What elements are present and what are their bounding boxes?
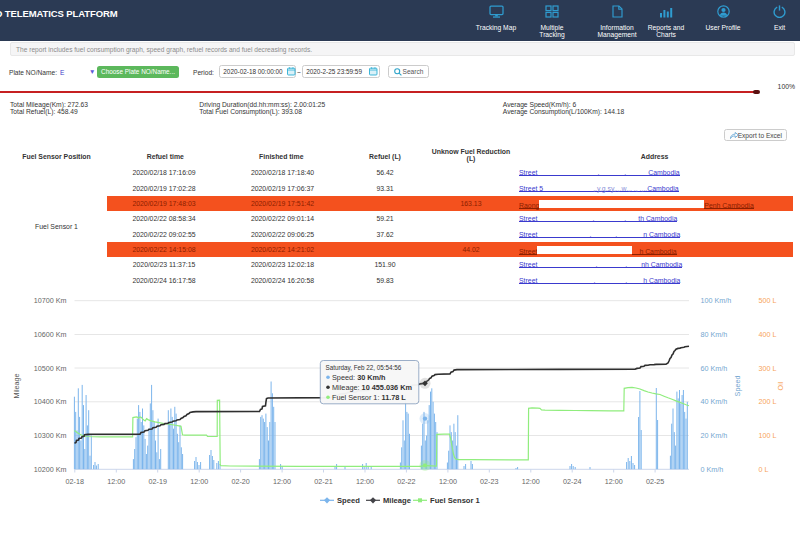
svg-text:10700 Km: 10700 Km <box>34 296 67 305</box>
svg-text:10300 Km: 10300 Km <box>34 431 67 440</box>
svg-text:10200 Km: 10200 Km <box>34 465 67 474</box>
svg-text:Saturday, Feb 22, 05:54:56: Saturday, Feb 22, 05:54:56 <box>326 364 402 372</box>
svg-text:12:00: 12:00 <box>439 477 457 486</box>
svg-text:12:00: 12:00 <box>273 477 291 486</box>
svg-text:Fuel Sensor 1: Fuel Sensor 1 <box>430 496 481 505</box>
svg-text:100 Km/h: 100 Km/h <box>701 296 732 305</box>
svg-text:Fuel Sensor 1: 11.78 L: Fuel Sensor 1: 11.78 L <box>332 393 406 402</box>
svg-text:02-18: 02-18 <box>66 477 84 486</box>
svg-text:02-20: 02-20 <box>231 477 249 486</box>
svg-text:500 L: 500 L <box>759 296 777 305</box>
svg-text:10600 Km: 10600 Km <box>34 330 67 339</box>
svg-text:12:00: 12:00 <box>522 477 540 486</box>
svg-text:Speed: Speed <box>733 376 742 397</box>
svg-text:Mileage: Mileage <box>383 496 411 505</box>
svg-text:02-24: 02-24 <box>563 477 581 486</box>
svg-text:Mileage: 10 455.036 Km: Mileage: 10 455.036 Km <box>332 383 412 392</box>
svg-text:02-21: 02-21 <box>314 477 332 486</box>
svg-text:02-23: 02-23 <box>480 477 498 486</box>
svg-text:Speed: Speed <box>337 496 360 505</box>
svg-text:40 Km/h: 40 Km/h <box>701 397 728 406</box>
svg-text:200 L: 200 L <box>759 397 777 406</box>
svg-text:0 Km/h: 0 Km/h <box>701 465 724 474</box>
svg-text:80 Km/h: 80 Km/h <box>701 330 728 339</box>
svg-text:10400 Km: 10400 Km <box>34 397 67 406</box>
svg-text:10500 Km: 10500 Km <box>34 364 67 373</box>
svg-text:02-25: 02-25 <box>646 477 664 486</box>
svg-text:Oil: Oil <box>776 381 785 390</box>
svg-text:60 Km/h: 60 Km/h <box>701 364 728 373</box>
svg-text:02-22: 02-22 <box>397 477 415 486</box>
svg-text:02-19: 02-19 <box>149 477 167 486</box>
svg-text:12:00: 12:00 <box>190 477 208 486</box>
svg-text:12:00: 12:00 <box>605 477 623 486</box>
svg-text:300 L: 300 L <box>759 364 777 373</box>
svg-text:Speed: 30 Km/h: Speed: 30 Km/h <box>332 373 386 382</box>
svg-text:12:00: 12:00 <box>356 477 374 486</box>
svg-text:12:00: 12:00 <box>107 477 125 486</box>
svg-text:Mileage: Mileage <box>12 373 21 398</box>
svg-text:100 L: 100 L <box>759 431 777 440</box>
svg-text:0 L: 0 L <box>759 465 769 474</box>
svg-text:20 Km/h: 20 Km/h <box>701 431 728 440</box>
svg-text:400 L: 400 L <box>759 330 777 339</box>
